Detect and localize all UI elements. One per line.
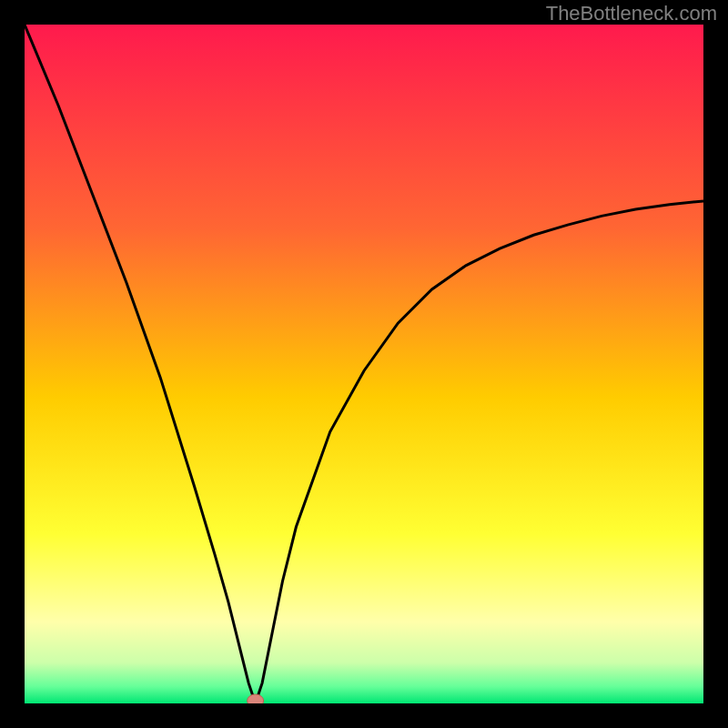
- chart-svg: [25, 25, 703, 703]
- watermark-text: TheBottleneck.com: [546, 2, 717, 25]
- gradient-background: [25, 25, 703, 703]
- chart-container: TheBottleneck.com: [0, 0, 728, 728]
- minimum-marker: [248, 694, 264, 703]
- plot-area: [25, 25, 703, 703]
